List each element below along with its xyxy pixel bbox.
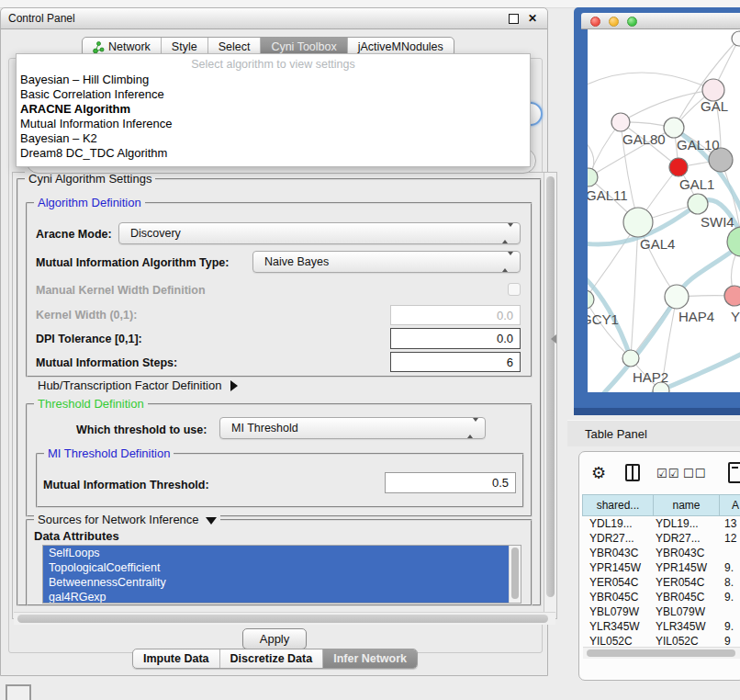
table-cell: 12 (720, 531, 740, 546)
node-label-gal4: GAL4 (640, 236, 675, 252)
tab-label: Style (172, 40, 197, 53)
network-node-gcy1[interactable] (588, 290, 594, 309)
dropdown-placeholder: Select algorithm to view settings (17, 56, 530, 73)
apply-button[interactable]: Apply (242, 628, 307, 649)
table-cell: YIL052C (582, 634, 654, 647)
attribute-item-selfloops[interactable]: SelfLoops (43, 546, 509, 560)
dropdown-item-bayesian-hill-climbing[interactable]: Bayesian – Hill Climbing (17, 73, 530, 87)
column-header-name[interactable]: name (654, 494, 720, 516)
threshold-definition-title: Threshold Definition (34, 397, 148, 411)
network-window-footer (574, 408, 740, 415)
dpi-tolerance-field[interactable]: 0.0 (390, 328, 521, 349)
network-node-y[interactable] (724, 286, 740, 306)
deselect-all-icon[interactable]: ☐☐ (683, 467, 706, 480)
network-node[interactable] (732, 31, 740, 46)
split-pane-handle-icon[interactable] (551, 334, 556, 344)
tab-label: jActiveMNodules (358, 40, 443, 53)
table-row[interactable]: YDL19...YDL19...13 (582, 516, 740, 531)
gear-icon[interactable]: ⚙ (591, 463, 606, 483)
manual-kernel-checkbox[interactable] (508, 283, 521, 296)
table-cell: YBR045C (654, 590, 720, 604)
which-threshold-combo[interactable]: MI Threshold (219, 417, 486, 439)
node-label-y: Y (731, 309, 740, 324)
table-cell: YER054C (582, 575, 654, 590)
settings-horizontal-scrollbar[interactable] (14, 612, 555, 625)
mi-steps-label: Mutual Information Steps: (36, 356, 177, 369)
table-horizontal-scrollbar[interactable] (583, 647, 740, 659)
network-node-gal10[interactable] (664, 118, 684, 138)
minimize-traffic-light[interactable] (609, 17, 619, 27)
settings-vscroll-thumb[interactable] (546, 176, 555, 597)
sources-title-text: Sources for Network Inference (38, 513, 199, 526)
attribute-item-betweennesscentrality[interactable]: BetweennessCentrality (43, 575, 509, 590)
column-header-a[interactable]: A (720, 494, 740, 516)
table-row[interactable]: YER054CYER054C8. (582, 575, 740, 590)
table-cell: 8. (720, 575, 740, 590)
table-row[interactable]: YPR145WYPR145W9. (582, 560, 740, 575)
table-row[interactable]: YDR27...YDR27...12 (582, 531, 740, 546)
network-node-hap4[interactable] (665, 285, 689, 309)
dpi-tolerance-value: 0.0 (497, 332, 513, 345)
dropdown-item-basic-correlation-inference[interactable]: Basic Correlation Inference (17, 87, 530, 102)
table-cell: 13 (720, 516, 740, 531)
hub-definition-toggle[interactable]: Hub/Transcription Factor Definition (38, 378, 238, 392)
table-function-icon[interactable] (728, 462, 740, 483)
tab-impute-data[interactable]: Impute Data (133, 649, 219, 668)
tab-infer-network[interactable]: Infer Network (322, 649, 417, 668)
network-node-gal4[interactable] (623, 208, 653, 237)
algorithm-dropdown-list: Select algorithm to view settings Bayesi… (16, 53, 531, 167)
table-row[interactable]: YIL052CYIL052C9 (582, 634, 740, 647)
network-edge[interactable] (621, 90, 713, 122)
table-cell: YIL052C (654, 634, 720, 647)
column-header-shared[interactable]: shared... (582, 494, 654, 516)
network-node-hap2[interactable] (622, 350, 639, 367)
table-row[interactable]: YBL079WYBL079W (582, 604, 740, 619)
network-edge[interactable] (599, 243, 740, 392)
network-canvas[interactable]: GALGAL80GAL10GAL1GAL11SWI4GAL4HAP4YGCY1H… (588, 29, 740, 392)
mi-type-label: Mutual Information Algorithm Type: (36, 256, 229, 269)
network-edge[interactable] (588, 73, 713, 90)
apply-button-label: Apply (260, 632, 290, 646)
dropdown-item-aracne-algorithm[interactable]: ARACNE Algorithm (17, 102, 530, 117)
attribute-item-topologicalcoefficient[interactable]: TopologicalCoefficient (43, 560, 509, 575)
split-columns-icon[interactable] (625, 464, 640, 481)
list-scrollbar-thumb[interactable] (511, 548, 519, 599)
close-traffic-light[interactable] (590, 17, 600, 27)
zoom-traffic-light[interactable] (627, 17, 637, 27)
settings-vertical-scrollbar[interactable] (544, 173, 556, 612)
network-node-gal80[interactable] (611, 113, 630, 131)
kernel-width-field[interactable]: 0.0 (390, 305, 521, 325)
select-all-icon[interactable]: ☑☑ (656, 467, 679, 480)
table-row[interactable]: YBR045CYBR045C9. (582, 590, 740, 604)
mi-type-combo[interactable]: Naive Bayes (252, 251, 521, 273)
data-attributes-list[interactable]: SelfLoopsTopologicalCoefficientBetweenne… (42, 545, 521, 604)
node-label-swi4: SWI4 (701, 214, 734, 230)
table-row[interactable]: YLR345WYLR345W9. (582, 619, 740, 634)
table-cell: YBR043C (582, 546, 654, 560)
tab-label: Network (108, 40, 151, 53)
mi-steps-field[interactable]: 6 (390, 352, 521, 372)
network-edge[interactable] (631, 222, 638, 358)
dropdown-item-bayesian-k2[interactable]: Bayesian – K2 (17, 131, 530, 146)
sources-group-title[interactable]: Sources for Network Inference (34, 513, 220, 526)
network-node-gal1[interactable] (669, 158, 688, 176)
table-cell: YPR145W (654, 560, 720, 575)
table-row[interactable]: YBR043CYBR043C (582, 546, 740, 560)
float-window-icon[interactable] (509, 14, 519, 24)
dropdown-item-mutual-information-inference[interactable]: Mutual Information Inference (17, 117, 530, 131)
node-label-gal: GAL (701, 98, 728, 114)
network-node-swi4[interactable] (688, 194, 708, 214)
tab-discretize-data[interactable]: Discretize Data (219, 649, 323, 668)
settings-hscroll-thumb[interactable] (17, 615, 548, 623)
dropdown-item-dream8-dc-tdc-algorithm[interactable]: Dream8 DC_TDC Algorithm (17, 146, 530, 161)
aracne-mode-value: Discovery (130, 227, 181, 240)
aracne-mode-combo[interactable]: Discovery (118, 222, 521, 244)
table-hscroll-thumb[interactable] (587, 649, 735, 657)
mi-threshold-field[interactable]: 0.5 (385, 472, 516, 493)
mi-steps-value: 6 (507, 356, 513, 369)
list-scrollbar[interactable] (509, 546, 521, 603)
data-attributes-label: Data Attributes (34, 529, 119, 543)
attribute-item-gal4rgexp[interactable]: gal4RGexp (43, 590, 509, 604)
table-panel-title: Table Panel (585, 427, 647, 441)
close-icon[interactable]: ✕ (528, 12, 537, 25)
